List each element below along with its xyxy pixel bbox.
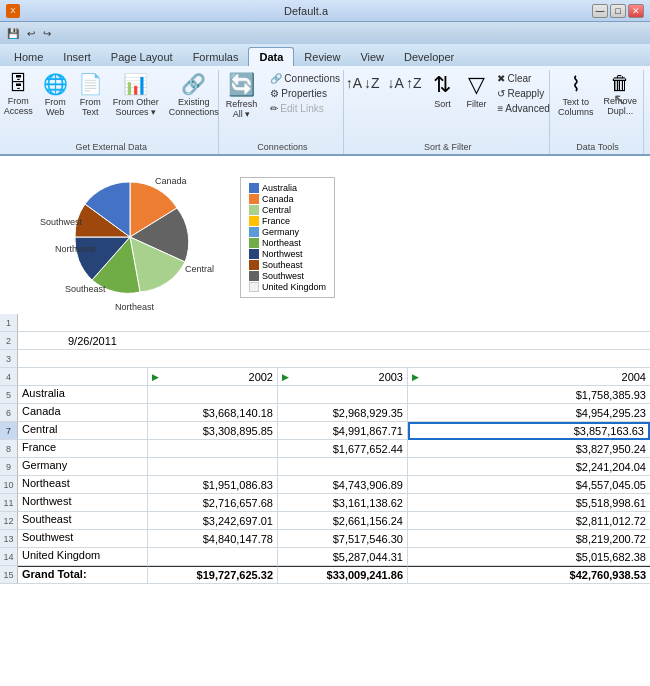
from-text-button[interactable]: 📄 FromText xyxy=(74,70,107,119)
col-header-2004[interactable]: ▶ 2004 xyxy=(408,368,650,386)
edit-links-button[interactable]: ✏ Edit Links xyxy=(267,102,343,115)
cell-2002-10[interactable]: $19,727,625.32 xyxy=(148,566,278,584)
cell-2004-8[interactable]: $8,219,200.72 xyxy=(408,530,650,548)
cell-region-4[interactable]: Germany xyxy=(18,458,148,476)
cell-2004-5[interactable]: $4,557,045.05 xyxy=(408,476,650,494)
tab-review[interactable]: Review xyxy=(294,48,350,66)
advanced-icon: ≡ xyxy=(497,103,503,114)
tab-formulas[interactable]: Formulas xyxy=(183,48,249,66)
cell-2003-7[interactable]: $2,661,156.24 xyxy=(278,512,408,530)
cell-2004-4[interactable]: $2,241,204.04 xyxy=(408,458,650,476)
clear-button[interactable]: ✖ Clear xyxy=(494,72,552,85)
window-controls[interactable]: — □ ✕ xyxy=(592,4,644,18)
cell-2002-0[interactable] xyxy=(148,386,278,404)
maximize-button[interactable]: □ xyxy=(610,4,626,18)
cell-region-1[interactable]: Canada xyxy=(18,404,148,422)
cell-2003-2[interactable]: $4,991,867.71 xyxy=(278,422,408,440)
properties-label: Properties xyxy=(281,88,327,99)
minimize-button[interactable]: — xyxy=(592,4,608,18)
row-header-15: 15 xyxy=(0,566,18,584)
pie-chart: Canada Southwest Central Northeast South… xyxy=(30,162,230,312)
cell-2003-0[interactable] xyxy=(278,386,408,404)
connections-small-icon: 🔗 xyxy=(270,73,282,84)
refresh-all-button[interactable]: 🔄 RefreshAll ▾ xyxy=(222,70,262,121)
from-web-button[interactable]: 🌐 FromWeb xyxy=(39,70,72,119)
tab-data[interactable]: Data xyxy=(248,47,294,66)
cell-region-3[interactable]: France xyxy=(18,440,148,458)
cell-2003-10[interactable]: $33,009,241.86 xyxy=(278,566,408,584)
cell-2003-3[interactable]: $1,677,652.44 xyxy=(278,440,408,458)
reapply-button[interactable]: ↺ Reapply xyxy=(494,87,552,100)
row-header-7: 7 xyxy=(0,422,18,440)
cell-2003-1[interactable]: $2,968,929.35 xyxy=(278,404,408,422)
cell-2004-3[interactable]: $3,827,950.24 xyxy=(408,440,650,458)
cell-2002-2[interactable]: $3,308,895.85 xyxy=(148,422,278,440)
legend-label-australia: Australia xyxy=(262,183,297,193)
cell-region-0[interactable]: Australia xyxy=(18,386,148,404)
redo-quick-btn[interactable]: ↪ xyxy=(40,27,54,40)
tab-page-layout[interactable]: Page Layout xyxy=(101,48,183,66)
cell-2002-8[interactable]: $4,840,147.78 xyxy=(148,530,278,548)
table-row: 7 Central $3,308,895.85 $4,991,867.71 $3… xyxy=(0,422,650,440)
cell-region-9[interactable]: United Kingdom xyxy=(18,548,148,566)
connections-small-button[interactable]: 🔗 Connections xyxy=(267,72,343,85)
connections-items: 🔄 RefreshAll ▾ 🔗 Connections ⚙ Propertie… xyxy=(222,70,343,142)
cell-region-5[interactable]: Northeast xyxy=(18,476,148,494)
tab-home[interactable]: Home xyxy=(4,48,53,66)
cell-2003-4[interactable] xyxy=(278,458,408,476)
cell-2002-3[interactable] xyxy=(148,440,278,458)
from-access-button[interactable]: 🗄 FromAccess xyxy=(0,70,37,118)
cell-2004-10[interactable]: $42,760,938.53 xyxy=(408,566,650,584)
cell-region-7[interactable]: Southeast xyxy=(18,512,148,530)
advanced-button[interactable]: ≡ Advanced xyxy=(494,102,552,115)
cell-2004-2[interactable]: $3,857,163.63 xyxy=(408,422,650,440)
cell-1-empty[interactable] xyxy=(18,314,650,332)
tab-developer[interactable]: Developer xyxy=(394,48,464,66)
tab-insert[interactable]: Insert xyxy=(53,48,101,66)
cell-region-10[interactable]: Grand Total: xyxy=(18,566,148,584)
tab-view[interactable]: View xyxy=(350,48,394,66)
cell-2002-6[interactable]: $2,716,657.68 xyxy=(148,494,278,512)
cell-2004-7[interactable]: $2,811,012.72 xyxy=(408,512,650,530)
quick-access-toolbar: 💾 ↩ ↪ xyxy=(0,22,650,44)
existing-connections-button[interactable]: 🔗 ExistingConnections xyxy=(165,70,223,119)
cell-2002-4[interactable] xyxy=(148,458,278,476)
col-header-2003[interactable]: ▶ 2003 xyxy=(278,368,408,386)
cell-3-empty[interactable] xyxy=(18,350,650,368)
cell-region-2[interactable]: Central xyxy=(18,422,148,440)
sort-button[interactable]: ⇅ Sort xyxy=(426,70,458,111)
cell-2004-6[interactable]: $5,518,998.61 xyxy=(408,494,650,512)
sort-indicator-2004: ▶ xyxy=(412,372,419,382)
cell-2003-6[interactable]: $3,161,138.62 xyxy=(278,494,408,512)
cell-2004-9[interactable]: $5,015,682.38 xyxy=(408,548,650,566)
connections-small-buttons: 🔗 Connections ⚙ Properties ✏ Edit Links xyxy=(267,72,343,115)
cell-date[interactable]: 9/26/2011 xyxy=(18,332,650,350)
data-table-container: 1 2 9/26/2011 3 4 ▶ 2002 xyxy=(0,314,650,686)
cell-2002-9[interactable] xyxy=(148,548,278,566)
properties-button[interactable]: ⚙ Properties xyxy=(267,87,343,100)
cell-2003-8[interactable]: $7,517,546.30 xyxy=(278,530,408,548)
undo-quick-btn[interactable]: ↩ xyxy=(24,27,38,40)
save-quick-btn[interactable]: 💾 xyxy=(4,27,22,40)
cell-2004-0[interactable]: $1,758,385.93 xyxy=(408,386,650,404)
sort-ascending-button[interactable]: ↑A↓Z xyxy=(343,74,383,92)
col-header-2002[interactable]: ▶ 2002 xyxy=(148,368,278,386)
filter-icon: ▽ xyxy=(468,72,485,98)
close-button[interactable]: ✕ xyxy=(628,4,644,18)
text-to-columns-button[interactable]: ⌇ Text toColumns xyxy=(554,70,598,119)
col-header-region[interactable] xyxy=(18,368,148,386)
from-other-sources-button[interactable]: 📊 From OtherSources ▾ xyxy=(109,70,163,119)
cell-2004-1[interactable]: $4,954,295.23 xyxy=(408,404,650,422)
edit-links-label: Edit Links xyxy=(280,103,323,114)
cell-2002-5[interactable]: $1,951,086.83 xyxy=(148,476,278,494)
cell-region-8[interactable]: Southwest xyxy=(18,530,148,548)
row-header-8: 8 xyxy=(0,440,18,458)
cell-region-6[interactable]: Northwest xyxy=(18,494,148,512)
cell-2003-9[interactable]: $5,287,044.31 xyxy=(278,548,408,566)
cell-2002-7[interactable]: $3,242,697.01 xyxy=(148,512,278,530)
cell-2002-1[interactable]: $3,668,140.18 xyxy=(148,404,278,422)
filter-button[interactable]: ▽ Filter xyxy=(460,70,492,111)
sort-descending-button[interactable]: ↓A↑Z xyxy=(385,74,425,92)
cell-2003-5[interactable]: $4,743,906.89 xyxy=(278,476,408,494)
reapply-label: Reapply xyxy=(507,88,544,99)
